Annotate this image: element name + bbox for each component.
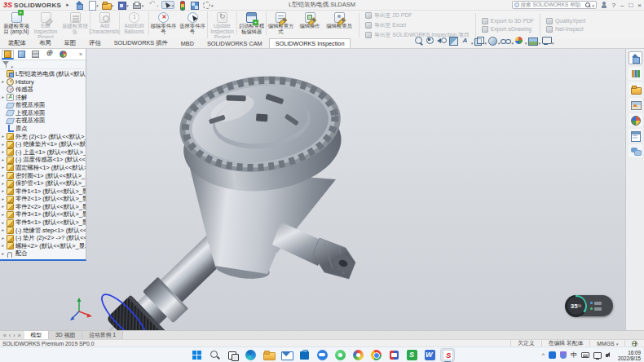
custom-properties-icon[interactable] [629, 129, 642, 142]
ribbon-button[interactable]: 编辑检查员 [324, 11, 354, 29]
tree-item[interactable]: 前视基准面 [1, 101, 86, 109]
section-view-icon[interactable] [448, 36, 459, 46]
tree-item[interactable]: 上视基准面 [1, 109, 86, 117]
search-input[interactable]: 搜索 SOLIDWORKS 帮助 [512, 1, 597, 9]
dropdown-caret-icon[interactable] [511, 33, 514, 48]
battery-indicator-widget[interactable]: 35% [566, 295, 613, 316]
tab-nav-button[interactable]: › [13, 333, 15, 338]
ribbon-button[interactable]: 启动检查模板编辑器 [236, 11, 266, 35]
tree-item[interactable]: ▸ 固定螺栓<1> (默认<<默认>_显示 [1, 164, 86, 172]
dynamic-annotation-icon[interactable] [460, 33, 473, 48]
export-button[interactable]: QualityXpert [546, 18, 585, 24]
settings-gear-icon[interactable] [201, 1, 214, 9]
print-icon[interactable] [131, 1, 144, 9]
units-selector[interactable]: MMGS [589, 340, 624, 347]
task-view-icon[interactable] [225, 348, 240, 362]
ribbon-button[interactable]: 编辑检查方式 [266, 11, 295, 35]
export-button[interactable]: Net-Inspect [546, 26, 585, 33]
tree-item[interactable]: ▸ (-) 上盖<1> (默认<<默认>_显示状 [1, 148, 86, 157]
mail-icon[interactable] [279, 348, 293, 362]
commandmanager-tab[interactable]: 评估 [82, 38, 108, 48]
dropdown-caret-icon[interactable] [470, 33, 473, 48]
solidworks-icon[interactable] [440, 348, 455, 362]
ribbon-button[interactable]: Edit Inspection Project [31, 11, 60, 40]
battery-widget-button-top[interactable] [590, 302, 602, 305]
zoom-area-icon[interactable] [426, 36, 436, 46]
keyboard-icon[interactable] [581, 352, 589, 358]
menu-expand-arrow[interactable]: ▸ [66, 2, 69, 8]
tree-item[interactable]: ▸ 配合 [1, 250, 86, 258]
options-icon[interactable] [189, 1, 199, 9]
previous-view-icon[interactable] [437, 36, 448, 46]
document-tab[interactable]: 3D 视图 [49, 331, 82, 339]
tree-item[interactable]: ▸ (-) 垫片 (2)<2> ->? (默认<<默认 [1, 234, 86, 242]
search-icon[interactable] [585, 2, 590, 7]
rebuild-icon[interactable] [177, 1, 187, 9]
dropdown-caret-icon[interactable] [141, 2, 143, 9]
tree-item[interactable]: ▸ 外壳 (2)<1> (默认<<默认>_显示状 [1, 133, 86, 141]
folder-icon[interactable] [261, 348, 276, 362]
featuremanager-tab[interactable] [43, 50, 55, 60]
tree-item[interactable]: ▸ 注解 [1, 94, 86, 102]
tab-nav-button[interactable]: « [3, 333, 7, 338]
commandmanager-tab[interactable]: SOLIDWORKS CAM [201, 38, 269, 48]
chrome-icon[interactable] [368, 348, 383, 362]
dropdown-caret-icon[interactable] [538, 33, 540, 48]
browser-speed-icon[interactable] [351, 348, 365, 362]
tree-item[interactable]: ▸ 零件5<1> (默认<<默认>_显示状 [1, 219, 86, 227]
tree-item[interactable]: ▸ (-) 绝缘管.step<1> (默认<<默认 [1, 227, 86, 235]
search-icon[interactable] [207, 348, 222, 362]
tree-item[interactable]: ▸ 零件2<1> (默认<<默认>_显示状 [1, 196, 86, 204]
hide-show-items-icon[interactable] [501, 33, 514, 48]
export-button[interactable]: 导出至 Excel [365, 21, 470, 29]
tab-nav-button[interactable]: ‹ [9, 333, 11, 338]
commandmanager-tab[interactable]: SOLIDWORKS Inspection [269, 38, 351, 48]
dropdown-caret-icon[interactable] [498, 33, 501, 48]
tree-item[interactable]: ▸ 密封圈<1> (默认<<默认>_显示状 [1, 172, 86, 180]
export-button[interactable]: Export to 3D PDF [482, 18, 534, 24]
tree-item[interactable]: 右视基准面 [1, 117, 86, 126]
tray-expand-button[interactable]: ^ [542, 352, 545, 358]
volume-icon[interactable] [606, 351, 614, 359]
start-icon[interactable] [189, 348, 204, 362]
file-explorer-icon2[interactable] [629, 82, 642, 95]
tree-item[interactable]: ▸ 零件3<1> (默认<<默认>_显示状 [1, 211, 86, 219]
export-button[interactable]: Export eDrawing [482, 26, 534, 33]
tree-item[interactable]: ▸ 螺栓<2> (默认<<默认>_显示状态 [1, 242, 86, 250]
tree-item[interactable]: ▸ 零件2<2> (默认<<默认>_显示状 [1, 203, 86, 211]
commandmanager-tab[interactable]: 草图 [57, 38, 82, 48]
view-orientation-icon[interactable] [474, 33, 487, 48]
select-cursor-icon[interactable] [161, 1, 174, 9]
commandmanager-tab[interactable]: 布局 [33, 38, 58, 48]
undo-icon[interactable] [147, 1, 160, 9]
model-side-fitting[interactable] [272, 222, 356, 279]
dropdown-caret-icon[interactable] [171, 2, 174, 9]
featuremanager-tab[interactable] [15, 50, 28, 60]
tree-item[interactable]: 传感器 [1, 86, 86, 94]
open-icon[interactable] [101, 1, 114, 9]
ribbon-button[interactable]: 新建检查项目 (amp;N) [2, 11, 31, 35]
zoom-fit-icon[interactable] [414, 36, 425, 46]
save-icon[interactable] [117, 1, 130, 9]
ribbon-button[interactable]: 新建检查报告 [60, 11, 90, 35]
document-tab[interactable]: 运动算例 1 [82, 331, 123, 339]
restore-button[interactable]: □ [629, 2, 633, 9]
featuremanager-tab[interactable] [29, 50, 42, 60]
edit-appearance-icon[interactable] [514, 33, 527, 48]
units-caret-icon[interactable] [615, 341, 618, 347]
dictionary-icon[interactable] [386, 348, 401, 362]
ribbon-button[interactable]: 选择零件序号 [178, 11, 207, 35]
new-document-icon[interactable] [86, 1, 99, 9]
tab-overflow-arrows[interactable]: » [79, 51, 84, 57]
appearances-icon[interactable] [629, 113, 642, 126]
wps-sheet-icon[interactable] [404, 348, 419, 362]
tree-filter-input[interactable] [0, 60, 86, 69]
dropdown-caret-icon[interactable] [211, 2, 214, 9]
store-icon[interactable] [297, 348, 311, 362]
resources-home-icon[interactable] [629, 51, 642, 64]
home-icon[interactable] [74, 1, 84, 9]
search-dropdown-caret-icon[interactable] [592, 2, 594, 8]
tree-root-item[interactable]: L型铠装热电偶 (默认<默认_显示状态-1 [1, 70, 86, 78]
tree-item[interactable]: ▸ (-) 温度传感器<1> (默认<<默认>_ [1, 157, 86, 165]
forum-icon[interactable] [629, 144, 642, 157]
